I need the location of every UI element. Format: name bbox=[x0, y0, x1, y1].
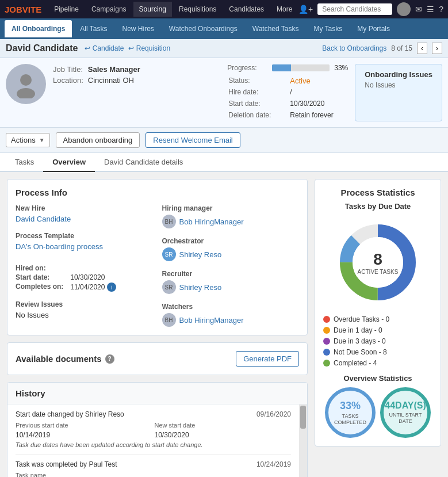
watcher-name[interactable]: Bob HiringManager bbox=[179, 316, 244, 325]
deletion-label: Deletion date: bbox=[228, 110, 289, 120]
legend-not-due: Not Due Soon - 8 bbox=[323, 348, 432, 356]
chart-legend: Overdue Tasks - 0 Due in 1 day - 0 Due i… bbox=[323, 315, 432, 367]
pagination-info: 8 of 15 bbox=[391, 44, 412, 52]
add-person-icon[interactable]: 👤+ bbox=[298, 5, 313, 14]
due-3-dot bbox=[323, 338, 330, 345]
subnav-watched-tasks[interactable]: Watched Tasks bbox=[246, 20, 306, 37]
next-page-button[interactable]: › bbox=[432, 43, 442, 54]
history-entry-2-subgrid: Task name Complete I9 Section 1 bbox=[16, 472, 291, 477]
history-items: Start date changed by Shirley Reso 09/16… bbox=[7, 405, 299, 477]
docs-title-text: Available documents bbox=[16, 354, 102, 364]
user-avatar[interactable] bbox=[397, 2, 411, 16]
dates-field: Hired on: Start date: 10/30/2020 Complet… bbox=[16, 260, 153, 292]
subnav-my-tasks[interactable]: My Tasks bbox=[307, 20, 350, 37]
help-icon[interactable]: ? bbox=[439, 5, 443, 14]
orchestrator-label: Orchestrator bbox=[162, 237, 300, 245]
envelope-icon[interactable]: ✉ bbox=[415, 5, 422, 14]
orchestrator-name[interactable]: Shirley Reso bbox=[179, 250, 222, 259]
profile-avatar bbox=[6, 64, 46, 104]
action-bar: Actions ▼ Abandon onboarding Resend Welc… bbox=[0, 128, 448, 153]
subnav-new-hires[interactable]: New Hires bbox=[115, 20, 160, 37]
hired-on-label: Hired on: bbox=[16, 264, 63, 272]
start-date-label: Start date: bbox=[228, 98, 289, 109]
candidate-name: David Candidate bbox=[6, 43, 78, 54]
stats-title: Process Statistics bbox=[323, 188, 432, 197]
progress-bar bbox=[272, 64, 291, 71]
watcher-avatar: BH bbox=[162, 313, 176, 327]
subnav-all-onboardings[interactable]: All Onboardings bbox=[5, 20, 72, 37]
history-scrollbar[interactable] bbox=[299, 405, 307, 477]
search-input[interactable] bbox=[317, 3, 392, 15]
tab-tasks[interactable]: Tasks bbox=[6, 153, 43, 172]
scroll-thumb[interactable] bbox=[300, 406, 306, 429]
resend-welcome-button[interactable]: Resend Welcome Email bbox=[145, 132, 240, 148]
new-start-label: New start date bbox=[155, 422, 292, 429]
right-panel: Process Statistics Tasks by Due Date bbox=[315, 179, 441, 477]
legend-overdue: Overdue Tasks - 0 bbox=[323, 315, 432, 323]
person-silhouette-icon bbox=[12, 70, 40, 98]
progress-bar-container bbox=[272, 64, 330, 71]
orchestrator-row: SR Shirley Reso bbox=[162, 247, 300, 261]
history-card: History Start date changed by Shirley Re… bbox=[7, 382, 308, 477]
history-entry-1-date: 09/16/2020 bbox=[256, 410, 291, 418]
new-hire-link[interactable]: David Candidate bbox=[16, 215, 153, 223]
subnav-my-portals[interactable]: My Portals bbox=[350, 20, 397, 37]
actions-dropdown[interactable]: Actions ▼ bbox=[6, 133, 50, 147]
main-content: Process Info New Hire David Candidate Pr… bbox=[0, 172, 448, 477]
subnav-watched-onboardings[interactable]: Watched Onboardings bbox=[162, 20, 244, 37]
process-right-col: Hiring manager BH Bob HiringManager Orch… bbox=[162, 204, 300, 327]
recruiter-field: Recruiter SR Shirley Reso bbox=[162, 270, 300, 294]
job-title-label: Job Title: bbox=[53, 64, 88, 75]
nav-more[interactable]: More bbox=[271, 2, 298, 17]
back-to-onboardings[interactable]: Back to Onboardings bbox=[322, 44, 386, 52]
until-start-sub: UNTIL STARTDATE bbox=[389, 412, 422, 425]
list-icon[interactable]: ☰ bbox=[427, 5, 434, 14]
top-nav-items: Pipeline Campaigns Sourcing Requisitions… bbox=[48, 2, 298, 17]
process-template-label: Process Template bbox=[16, 232, 153, 240]
process-left-col: New Hire David Candidate Process Templat… bbox=[16, 204, 153, 327]
recruiter-name[interactable]: Shirley Reso bbox=[179, 283, 222, 292]
history-entry-1-header: Start date changed by Shirley Reso 09/16… bbox=[16, 410, 291, 418]
nav-sourcing[interactable]: Sourcing bbox=[133, 2, 172, 17]
orchestrator-avatar: SR bbox=[162, 247, 176, 261]
new-hire-field: New Hire David Candidate bbox=[16, 204, 153, 223]
nav-campaigns[interactable]: Campaigns bbox=[86, 2, 132, 17]
hiring-manager-avatar: BH bbox=[162, 215, 176, 228]
nav-pipeline[interactable]: Pipeline bbox=[48, 2, 85, 17]
review-issues-label: Review Issues bbox=[16, 300, 153, 308]
docs-title: Available documents ? bbox=[16, 354, 114, 364]
overdue-label: Overdue Tasks - 0 bbox=[334, 315, 389, 323]
tasks-completed-circle: 33% TASKSCOMPLETED bbox=[325, 387, 376, 438]
breadcrumb-right: Back to Onboardings 8 of 15 ‹ › bbox=[322, 43, 442, 54]
tab-bar: Tasks Overview David Candidate details bbox=[0, 153, 448, 172]
generate-pdf-button[interactable]: Generate PDF bbox=[236, 351, 299, 367]
requisition-link[interactable]: Requisition bbox=[128, 44, 170, 52]
nav-requisitions[interactable]: Requisitions bbox=[173, 2, 222, 17]
docs-help-icon[interactable]: ? bbox=[105, 354, 114, 364]
abandon-button[interactable]: Abandon onboarding bbox=[56, 132, 140, 148]
actions-label: Actions bbox=[11, 136, 36, 144]
completes-info-icon[interactable]: i bbox=[107, 283, 116, 292]
tab-candidate-details[interactable]: David Candidate details bbox=[95, 153, 192, 172]
recruiter-avatar: SR bbox=[162, 280, 176, 294]
process-grid: New Hire David Candidate Process Templat… bbox=[16, 204, 299, 327]
progress-pct: 33% bbox=[334, 64, 348, 72]
dates-grid: Hired on: Start date: 10/30/2020 Complet… bbox=[16, 264, 153, 292]
hiring-manager-name[interactable]: Bob HiringManager bbox=[179, 217, 244, 226]
nav-candidates[interactable]: Candidates bbox=[223, 2, 270, 17]
prev-page-button[interactable]: ‹ bbox=[417, 43, 427, 54]
candidate-link[interactable]: Candidate bbox=[85, 44, 124, 52]
process-template-link[interactable]: DA's On-boarding process bbox=[16, 242, 153, 251]
completed-label: Completed - 4 bbox=[334, 359, 377, 367]
completes-on-label: Completes on: bbox=[16, 283, 63, 292]
hired-on-value bbox=[70, 264, 152, 272]
overdue-dot bbox=[323, 316, 330, 323]
tab-overview[interactable]: Overview bbox=[43, 153, 95, 172]
subnav-all-tasks[interactable]: All Tasks bbox=[73, 20, 114, 37]
job-title-value: Sales Manager bbox=[88, 64, 145, 75]
left-panel: Process Info New Hire David Candidate Pr… bbox=[7, 179, 308, 477]
logo: JOBVITE bbox=[5, 5, 41, 14]
overview-circles: 33% TASKSCOMPLETED 44DAY(S) UNTIL STARTD… bbox=[323, 387, 432, 438]
tasks-completed-sub: TASKSCOMPLETED bbox=[334, 413, 366, 426]
history-entry-1: Start date changed by Shirley Reso 09/16… bbox=[16, 405, 291, 455]
